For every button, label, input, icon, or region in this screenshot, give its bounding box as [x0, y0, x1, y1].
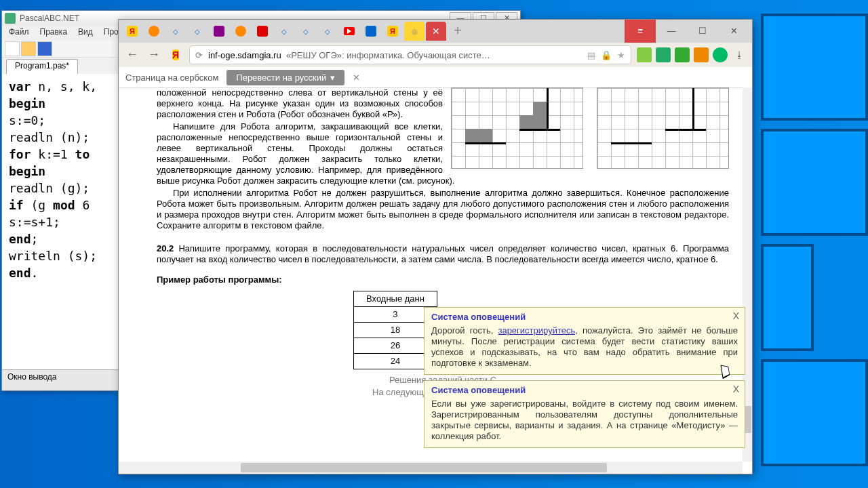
url-field[interactable]: ⟳ inf-oge.sdamgia.ru «РЕШУ ОГЭ»: информа…: [189, 45, 631, 64]
horizontal-scrollbar[interactable]: [119, 462, 743, 474]
browser-tab[interactable]: ◇: [317, 22, 338, 41]
pascal-title-text: PascalABC.NET: [20, 14, 79, 23]
task-text: При исполнении алгоритма Робот не должен…: [157, 188, 729, 231]
translate-lang-label: Страница на сербском: [125, 73, 218, 83]
lock-icon[interactable]: 🔒: [601, 50, 612, 60]
browser-tab[interactable]: Я: [382, 22, 403, 41]
menu-view[interactable]: Вид: [74, 26, 97, 40]
url-domain: inf-oge.sdamgia.ru: [208, 50, 281, 60]
browser-max-button[interactable]: ☐: [687, 20, 718, 43]
editor-tab-program1[interactable]: Program1.pas*: [6, 59, 78, 74]
notification-body: Дорогой гость, зарегистрируйтесь, пожалу…: [431, 325, 738, 369]
browser-tab[interactable]: ◇: [165, 22, 186, 41]
robot-grid-1: [451, 87, 583, 169]
browser-addressbar-row: ← → Я ⟳ inf-oge.sdamgia.ru «РЕШУ ОГЭ»: и…: [119, 43, 752, 67]
back-button[interactable]: ←: [124, 47, 140, 63]
new-tab-button[interactable]: +: [450, 23, 466, 39]
example-header: Пример работы программы:: [157, 274, 729, 285]
browser-tab[interactable]: [231, 22, 251, 41]
pascal-app-icon: [5, 13, 16, 24]
menu-file[interactable]: Файл: [5, 26, 33, 40]
browser-window: Я ◇ ◇ ◇ ◇ ◇ Я ◎ ✕ + ≡ — ☐ ✕ ← →: [118, 19, 753, 474]
notification-close-icon[interactable]: X: [733, 384, 739, 394]
reader-icon[interactable]: ▤: [587, 50, 595, 60]
browser-close-button[interactable]: ✕: [718, 20, 749, 43]
ext-icon[interactable]: [656, 47, 671, 62]
forward-button[interactable]: →: [146, 47, 162, 63]
browser-tab[interactable]: [209, 22, 229, 41]
notification-close-icon[interactable]: X: [733, 310, 739, 321]
robot-grid-2: [597, 87, 729, 169]
translate-bar: Страница на сербском Перевести на русски…: [119, 67, 752, 88]
browser-tab[interactable]: Я: [122, 22, 142, 41]
download-icon[interactable]: ⭳: [732, 47, 747, 62]
browser-tab[interactable]: [144, 22, 164, 41]
browser-menu-button[interactable]: ≡: [625, 20, 656, 43]
browser-min-button[interactable]: —: [656, 20, 687, 43]
translate-close-icon[interactable]: ✕: [353, 73, 360, 83]
notification-title: Система оповещений: [431, 312, 738, 323]
toolbar-new-icon[interactable]: [5, 41, 20, 56]
notification-title: Система оповещений: [431, 385, 738, 396]
translate-button[interactable]: Перевести на русский▾: [226, 70, 344, 85]
browser-tab[interactable]: ◇: [274, 22, 294, 41]
menu-edit[interactable]: Правка: [36, 26, 72, 40]
chevron-down-icon: ▾: [330, 73, 335, 83]
ext-icon[interactable]: [694, 47, 709, 62]
ext-icon[interactable]: [713, 47, 728, 62]
ext-icon[interactable]: [675, 47, 690, 62]
browser-tab[interactable]: ◇: [187, 22, 208, 41]
browser-tab[interactable]: ◇: [296, 22, 316, 41]
scrollbar-thumb[interactable]: [241, 463, 607, 472]
browser-tab[interactable]: [339, 22, 359, 41]
browser-tab[interactable]: [252, 22, 273, 41]
table-header: Входные данн: [354, 291, 437, 307]
browser-tab-close[interactable]: ✕: [426, 22, 446, 41]
toolbar-open-icon[interactable]: [21, 41, 36, 56]
reload-icon[interactable]: ⟳: [195, 50, 203, 60]
notification-body: Если вы уже зарегистрированы, войдите в …: [431, 399, 738, 442]
toolbar-save-icon[interactable]: [37, 41, 52, 56]
yandex-home-button[interactable]: Я: [167, 47, 184, 63]
ext-icon[interactable]: [637, 47, 652, 62]
browser-tab-active[interactable]: ◎: [404, 22, 425, 41]
notification-register: X Система оповещений Дорогой гость, заре…: [424, 307, 745, 375]
browser-tabstrip: Я ◇ ◇ ◇ ◇ ◇ Я ◎ ✕ + ≡ — ☐ ✕: [119, 20, 752, 43]
url-page-title: «РЕШУ ОГЭ»: информатика. Обучающая систе…: [286, 50, 490, 60]
robot-grid-figures: [451, 87, 729, 169]
register-link[interactable]: зарегистрируйтесь: [498, 325, 575, 336]
bookmark-icon[interactable]: ★: [617, 50, 625, 60]
browser-tab[interactable]: [361, 22, 381, 41]
notification-login: X Система оповещений Если вы уже зарегис…: [424, 380, 745, 448]
task-20-2: 20.2 Напишите программу, которая в после…: [157, 243, 729, 265]
